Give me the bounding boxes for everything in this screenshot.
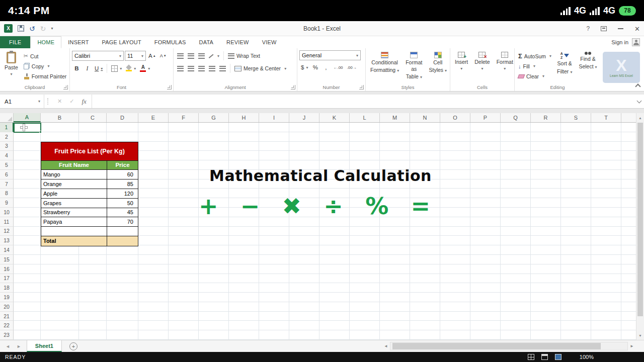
cell-styles-button[interactable]: Cell Styles	[426, 50, 449, 75]
clear-button[interactable]: Clear	[517, 71, 553, 81]
row-header-2[interactable]: 2	[0, 132, 14, 142]
align-left-button[interactable]	[176, 63, 185, 74]
fruit-price-cell[interactable]: 60	[107, 170, 138, 179]
column-header-P[interactable]: P	[470, 113, 501, 122]
font-name-combo[interactable]: Calibri	[72, 51, 124, 61]
column-header-N[interactable]: N	[410, 113, 440, 122]
delete-cells-button[interactable]: ✕ Delete	[472, 50, 492, 73]
align-center-button[interactable]	[186, 63, 196, 74]
ribbon-tab-page-layout[interactable]: PAGE LAYOUT	[96, 36, 148, 48]
prev-sheet-icon[interactable]: ◄	[6, 344, 10, 349]
select-all-corner[interactable]	[0, 113, 14, 122]
font-color-button[interactable]: A	[138, 63, 151, 74]
sheet-tab-sheet1[interactable]: Sheet1	[27, 340, 62, 352]
column-header-A[interactable]: A	[14, 113, 41, 122]
clipboard-dialog-launcher-icon[interactable]	[63, 85, 68, 89]
ribbon-tab-review[interactable]: REVIEW	[220, 36, 256, 48]
save-icon[interactable]	[18, 25, 24, 32]
autosum-button[interactable]: ΣAutoSum	[517, 51, 553, 61]
row-header-11[interactable]: 11	[0, 217, 14, 227]
customize-qat-icon[interactable]: ▾	[51, 26, 53, 31]
fruit-price-cell[interactable]: 70	[107, 217, 138, 226]
formula-input[interactable]	[92, 95, 634, 108]
column-header-R[interactable]: R	[531, 113, 561, 122]
column-header-Q[interactable]: Q	[501, 113, 531, 122]
next-sheet-icon[interactable]: ►	[17, 344, 21, 349]
bold-button[interactable]: B	[72, 63, 82, 74]
row-header-18[interactable]: 18	[0, 283, 14, 293]
row-header-20[interactable]: 20	[0, 302, 14, 312]
conditional-formatting-button[interactable]: Conditional Formatting	[368, 50, 401, 75]
column-header-J[interactable]: J	[289, 113, 319, 122]
column-header-S[interactable]: S	[561, 113, 591, 122]
row-header-8[interactable]: 8	[0, 189, 14, 198]
middle-align-button[interactable]	[186, 50, 196, 61]
tab-file[interactable]: FILE	[0, 36, 30, 48]
vertical-scrollbar[interactable]: ▲ ▼	[636, 113, 644, 340]
alignment-dialog-launcher-icon[interactable]	[291, 85, 295, 89]
horizontal-scroll-track[interactable]	[390, 342, 628, 350]
format-cells-button[interactable]: Format	[494, 50, 516, 73]
comma-style-button[interactable]: ,	[321, 62, 331, 73]
sort-filter-button[interactable]: AZ Sort & Filter	[554, 50, 575, 76]
align-right-button[interactable]	[197, 63, 206, 74]
fruit-name-cell[interactable]: Apple	[41, 189, 107, 198]
scroll-right-icon[interactable]: ►	[628, 342, 636, 350]
zoom-level[interactable]: 100%	[580, 354, 594, 360]
column-header-F[interactable]: F	[169, 113, 199, 122]
fruit-price-cell[interactable]: 45	[107, 208, 138, 217]
scroll-down-icon[interactable]: ▼	[636, 331, 644, 340]
ribbon-tab-home[interactable]: HOME	[30, 36, 61, 48]
ribbon-tab-data[interactable]: DATA	[193, 36, 220, 48]
price-header-cell[interactable]: Price	[107, 161, 138, 170]
increase-indent-button[interactable]	[218, 63, 227, 74]
row-header-12[interactable]: 12	[0, 227, 14, 236]
total-label-cell[interactable]: Total	[41, 236, 107, 246]
row-header-17[interactable]: 17	[0, 274, 14, 284]
help-icon[interactable]: ?	[586, 25, 590, 32]
row-header-21[interactable]: 21	[0, 312, 14, 321]
italic-button[interactable]: I	[83, 63, 92, 74]
insert-cells-button[interactable]: + Insert	[452, 50, 470, 73]
row-header-1[interactable]: 1	[0, 123, 14, 132]
number-format-combo[interactable]: General	[299, 50, 361, 60]
fruit-name-cell[interactable]: Grapes	[41, 199, 107, 208]
insert-function-icon[interactable]: fx	[82, 98, 86, 106]
bottom-align-button[interactable]	[197, 50, 206, 61]
new-sheet-icon[interactable]: +	[69, 342, 77, 350]
row-header-5[interactable]: 5	[0, 160, 14, 170]
format-painter-button[interactable]: Format Painter	[22, 71, 68, 81]
column-header-M[interactable]: M	[380, 113, 410, 122]
orientation-button[interactable]	[207, 50, 221, 61]
column-header-L[interactable]: L	[350, 113, 380, 122]
underline-button[interactable]: U	[93, 63, 104, 74]
number-dialog-launcher-icon[interactable]	[359, 85, 364, 89]
find-select-button[interactable]: Find & Select	[576, 50, 599, 71]
undo-icon[interactable]: ↺	[29, 25, 35, 32]
shrink-font-button[interactable]: A▼	[158, 50, 168, 61]
empty-price-cell[interactable]	[107, 227, 138, 236]
ribbon-tab-insert[interactable]: INSERT	[61, 36, 95, 48]
close-icon[interactable]: ✕	[634, 25, 640, 33]
column-header-I[interactable]: I	[259, 113, 289, 122]
top-align-button[interactable]	[176, 50, 185, 61]
decrease-decimal-button[interactable]: .00→	[346, 62, 358, 73]
total-value-cell[interactable]	[107, 236, 138, 246]
row-header-22[interactable]: 22	[0, 321, 14, 330]
percent-style-button[interactable]: %	[310, 62, 320, 73]
normal-view-icon[interactable]	[528, 354, 534, 360]
column-header-B[interactable]: B	[41, 113, 79, 122]
column-header-C[interactable]: C	[79, 113, 107, 122]
fruit-name-cell[interactable]: Strawberry	[41, 208, 107, 217]
fruit-price-cell[interactable]: 50	[107, 199, 138, 208]
wrap-text-button[interactable]: Wrap Text	[226, 51, 262, 61]
column-header-E[interactable]: E	[138, 113, 169, 122]
grow-font-button[interactable]: A▲	[147, 50, 157, 61]
row-header-3[interactable]: 3	[0, 142, 14, 151]
paste-button[interactable]: Paste	[2, 50, 21, 78]
minimize-icon[interactable]	[618, 28, 623, 29]
format-as-table-button[interactable]: Format as Table	[403, 50, 425, 81]
expand-formula-bar-button[interactable]	[634, 95, 644, 108]
borders-button[interactable]	[110, 63, 123, 74]
namebox-splitter[interactable]	[47, 98, 49, 105]
